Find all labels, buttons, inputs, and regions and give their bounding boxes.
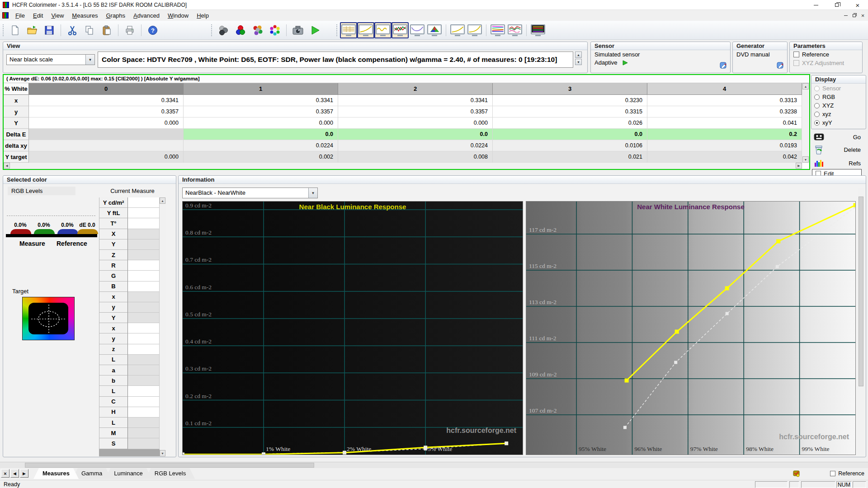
menu-window[interactable]: Window bbox=[164, 10, 193, 21]
table-cell[interactable]: 0.000 bbox=[338, 117, 493, 129]
table-cell[interactable]: 0.000 bbox=[29, 117, 184, 129]
refs-button[interactable]: Refs bbox=[812, 157, 865, 169]
menu-file[interactable]: File bbox=[11, 10, 29, 21]
rgb-levels-monitor-view-button[interactable] bbox=[489, 22, 506, 38]
gamma-graph-view-button[interactable] bbox=[374, 22, 392, 38]
table-cell[interactable] bbox=[29, 140, 184, 151]
table-cell[interactable]: 0.002 bbox=[184, 151, 338, 163]
column-header-1[interactable]: 1 bbox=[184, 83, 338, 95]
table-cell[interactable]: 0.0 bbox=[493, 129, 647, 140]
measure-scroll-down[interactable]: ▼ bbox=[160, 450, 165, 456]
gamma2-monitor-view-button[interactable] bbox=[466, 22, 483, 38]
table-cell[interactable]: 0.3315 bbox=[493, 106, 647, 117]
reference-checkbox[interactable] bbox=[793, 52, 799, 57]
scroll-up-button[interactable]: ▲ bbox=[802, 83, 809, 89]
luminance-monitor-view-button[interactable] bbox=[449, 22, 466, 38]
document-logo-icon[interactable] bbox=[2, 12, 9, 19]
tab-luminance[interactable]: Luminance bbox=[105, 468, 152, 479]
tab-measures[interactable]: Measures bbox=[33, 468, 79, 479]
tab-gamma[interactable]: Gamma bbox=[72, 468, 111, 479]
table-cell[interactable]: 0.3357 bbox=[184, 106, 338, 117]
close-button[interactable]: × bbox=[847, 0, 868, 10]
table-cell[interactable]: 0.041 bbox=[647, 117, 802, 129]
column-header-4[interactable]: 4 bbox=[647, 83, 802, 95]
table-cell[interactable]: 0.0 bbox=[184, 129, 338, 140]
scroll-left-button[interactable]: ◀ bbox=[4, 163, 10, 169]
table-cell[interactable]: 0.3357 bbox=[29, 106, 184, 117]
sensor-run-icon[interactable] bbox=[622, 60, 628, 66]
display-color-measures-button[interactable] bbox=[232, 22, 249, 38]
column-header-2[interactable]: 2 bbox=[338, 83, 493, 95]
table-cell[interactable]: 0.021 bbox=[493, 151, 647, 163]
table-cell[interactable]: 0.000 bbox=[184, 117, 338, 129]
measure-scroll-up[interactable]: ▲ bbox=[160, 197, 165, 204]
color-grid-monitor-view-button[interactable] bbox=[529, 22, 547, 38]
delete-button[interactable]: Delete bbox=[812, 144, 865, 155]
display-radio-xyz[interactable]: xyz bbox=[811, 110, 866, 118]
mdi-minimize-button[interactable] bbox=[842, 12, 849, 19]
scroll-right-button[interactable]: ▶ bbox=[796, 163, 802, 169]
measure-table-scrollbar[interactable]: ▲ ▼ bbox=[160, 197, 166, 456]
menu-advanced[interactable]: Advanced bbox=[129, 10, 164, 21]
table-cell[interactable]: 0.3357 bbox=[338, 106, 493, 117]
table-cell[interactable]: 0.3341 bbox=[184, 95, 338, 106]
table-cell[interactable]: 0.2 bbox=[647, 129, 802, 140]
table-cell[interactable]: 0.3238 bbox=[647, 106, 802, 117]
sensor-settings-button[interactable] bbox=[215, 22, 232, 38]
measures-monitor-view-button[interactable] bbox=[506, 22, 524, 38]
print-button[interactable] bbox=[121, 22, 138, 38]
go-button[interactable]: Go bbox=[812, 131, 865, 143]
menu-measures[interactable]: Measures bbox=[68, 10, 102, 21]
close-tabs-button[interactable]: × bbox=[1, 469, 9, 478]
table-cell[interactable]: 0.026 bbox=[493, 117, 647, 129]
table-cell[interactable]: 0.3341 bbox=[338, 95, 493, 106]
tab-rgb-levels[interactable]: RGB Levels bbox=[146, 468, 195, 479]
paste-button[interactable] bbox=[98, 22, 115, 38]
menu-help[interactable]: Help bbox=[193, 10, 213, 21]
spinner-down-button[interactable]: ▼ bbox=[575, 59, 582, 65]
generator-config-button[interactable] bbox=[776, 61, 784, 71]
table-cell[interactable]: 0.0193 bbox=[647, 140, 802, 151]
tab-scroll-right-button[interactable]: ▶ bbox=[20, 469, 28, 478]
display-radio-rgb[interactable]: RGB bbox=[811, 93, 866, 101]
table-cell[interactable]: 0.3230 bbox=[493, 95, 647, 106]
table-cell[interactable]: 0.0224 bbox=[338, 140, 493, 151]
save-file-button[interactable] bbox=[41, 22, 58, 38]
table-cell[interactable] bbox=[29, 129, 184, 140]
tab-scroll-left-button[interactable]: ◀ bbox=[10, 469, 19, 478]
maximize-restore-button[interactable] bbox=[826, 0, 847, 10]
table-cell[interactable]: 0.0224 bbox=[184, 140, 338, 151]
column-header-0[interactable]: 0 bbox=[29, 83, 184, 95]
mdi-close-button[interactable]: × bbox=[859, 12, 866, 19]
table-cell[interactable]: 0.042 bbox=[647, 151, 802, 163]
luminance-graph-view-button[interactable] bbox=[357, 22, 374, 38]
cie-chart-view-button[interactable] bbox=[426, 22, 443, 38]
menu-edit[interactable]: Edit bbox=[29, 10, 47, 21]
table-cell[interactable]: 0.000 bbox=[29, 151, 184, 163]
open-file-button[interactable] bbox=[24, 22, 41, 38]
bottom-scroll-thumb[interactable] bbox=[25, 463, 314, 468]
sensor-config-button[interactable] bbox=[719, 61, 727, 71]
scroll-down-button[interactable]: ▼ bbox=[802, 156, 809, 163]
mdi-restore-button[interactable] bbox=[851, 12, 858, 19]
table-horizontal-scrollbar[interactable]: ◀ ▶ bbox=[4, 163, 802, 169]
menu-view[interactable]: View bbox=[47, 10, 68, 21]
table-vertical-scrollbar[interactable]: ▲ ▼ bbox=[802, 83, 809, 163]
spinner-up-button[interactable]: ▲ bbox=[575, 52, 582, 58]
rgb-measures-graph-view-button[interactable] bbox=[392, 22, 409, 38]
table-cell[interactable]: 0.008 bbox=[338, 151, 493, 163]
snapshot-button[interactable] bbox=[289, 22, 307, 38]
display-radio-xyz[interactable]: XYZ bbox=[811, 101, 866, 110]
minimize-button[interactable] bbox=[806, 0, 826, 10]
table-cell[interactable]: 0.3313 bbox=[647, 95, 802, 106]
copy-button[interactable] bbox=[81, 22, 98, 38]
menu-graphs[interactable]: Graphs bbox=[102, 10, 129, 21]
display-radio-xyy[interactable]: xyY bbox=[811, 118, 866, 127]
measures-grid-view-button[interactable] bbox=[340, 22, 357, 38]
about-button[interactable]: ? bbox=[144, 22, 161, 38]
information-scrollbar[interactable] bbox=[858, 188, 864, 455]
table-cell[interactable]: 0.0106 bbox=[493, 140, 647, 151]
run-measures-button[interactable] bbox=[307, 22, 324, 38]
bottom-scroll-strip[interactable] bbox=[0, 462, 868, 468]
cut-button[interactable] bbox=[64, 22, 81, 38]
